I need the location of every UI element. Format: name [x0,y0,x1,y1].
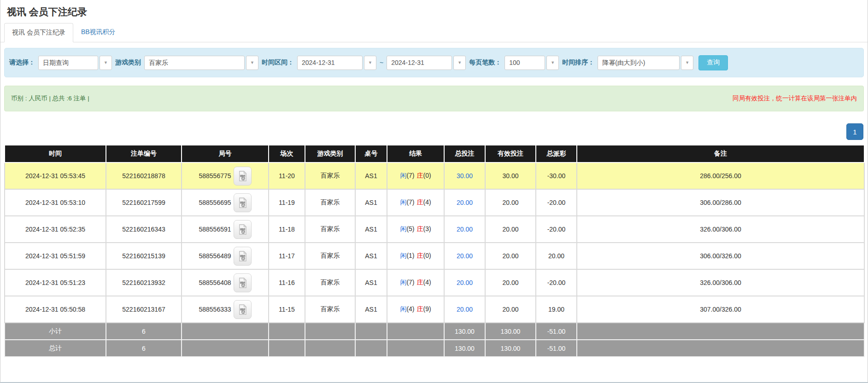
player-result: 闲 [400,172,406,179]
cell-remark: 286.00/256.00 [577,162,864,189]
banker-score: (0) [423,252,431,259]
video-replay-button[interactable] [234,300,252,319]
table-row: 2024-12-31 05:51:59 522160215139 5885564… [5,243,864,269]
cell-bet-id: 522160217599 [106,189,182,216]
subtotal-payout: -51.00 [536,323,577,340]
chevron-down-icon[interactable]: ▼ [364,56,376,70]
video-replay-button[interactable] [234,247,252,266]
video-file-icon [237,197,248,208]
total-bet-link[interactable]: 20.00 [457,226,473,233]
cell-payout: -20.00 [536,216,577,243]
cell-remark: 306.00/286.00 [577,189,864,216]
game-type-value[interactable]: 百家乐 [144,56,245,70]
cell-table-no: AS1 [355,296,387,323]
total-bet-link[interactable]: 20.00 [457,279,473,286]
page-title: 视讯 会员下注纪录 [0,0,868,23]
chevron-down-icon[interactable]: ▼ [246,56,258,70]
date-to-input[interactable] [387,56,452,70]
banker-result: 庄 [417,252,423,259]
cell-session: 11-17 [269,243,305,269]
subtotal-valid-bet: 130.00 [485,323,536,340]
chevron-down-icon[interactable]: ▼ [100,56,112,70]
cell-valid-bet: 20.00 [485,189,536,216]
banker-score: (3) [423,225,431,232]
total-bet-link[interactable]: 20.00 [457,306,473,313]
page-size-input[interactable] [504,56,545,70]
total-valid-bet: 130.00 [485,340,536,357]
total-row: 总计 6 130.00 130.00 -51.00 [5,340,864,357]
pagination: 1 [5,123,863,140]
banker-result: 庄 [417,225,423,232]
subtotal-count: 6 [106,323,182,340]
tab-betting-records[interactable]: 视讯 会员下注纪录 [4,23,73,42]
total-bet-link[interactable]: 30.00 [457,172,473,180]
total-bet-link[interactable]: 20.00 [457,252,473,260]
currency-total-text: 币别 : 人民币 | 总共 :6 注单 | [11,94,89,103]
video-replay-button[interactable] [234,193,252,212]
page-size-label: 每页笔数： [469,58,501,67]
range-separator: ~ [380,59,383,66]
cell-remark: 326.00/306.00 [577,269,864,296]
player-score: (7) [406,279,414,286]
date-from-picker[interactable]: ▼ [297,56,376,70]
round-id: 588556489 [199,252,231,260]
cell-valid-bet: 20.00 [485,269,536,296]
page-number-button[interactable]: 1 [846,123,863,140]
video-file-icon [237,224,248,235]
video-file-icon [237,278,248,288]
player-result: 闲 [400,252,406,259]
header-session: 场次 [269,145,305,162]
cell-time: 2024-12-31 05:51:23 [5,269,106,296]
time-sort-select[interactable]: 降幂(由大到小) ▼ [598,56,693,70]
player-result: 闲 [400,198,406,206]
video-replay-button[interactable] [234,273,252,292]
game-type-select[interactable]: 百家乐 ▼ [144,56,258,70]
page-size-select[interactable]: ▼ [504,56,559,70]
valid-bet-notice-text: 同局有效投注，统一计算在该局第一张注单内 [733,94,857,103]
header-time: 时间 [5,145,106,162]
cell-result: 闲(7)庄(4) [387,189,444,216]
banker-score: (0) [423,172,431,179]
query-button[interactable]: 查询 [698,55,728,70]
time-sort-label: 时间排序： [562,58,594,67]
total-label: 总计 [5,340,106,357]
total-bet-link[interactable]: 20.00 [457,199,473,206]
cell-valid-bet: 20.00 [485,216,536,243]
cell-session: 11-19 [269,189,305,216]
cell-valid-bet: 30.00 [485,162,536,189]
player-score: (4) [406,305,414,313]
table-row: 2024-12-31 05:51:23 522160213932 5885564… [5,269,864,296]
subtotal-label: 小计 [5,323,106,340]
banker-score: (4) [423,198,431,206]
player-result: 闲 [400,305,406,313]
cell-game-type: 百家乐 [305,162,355,189]
chevron-down-icon[interactable]: ▼ [546,56,559,70]
chevron-down-icon[interactable]: ▼ [453,56,466,70]
total-total-bet: 130.00 [444,340,485,357]
cell-result: 闲(4)庄(9) [387,296,444,323]
cell-session: 11-18 [269,216,305,243]
header-payout: 总派彩 [536,145,577,162]
time-sort-value[interactable]: 降幂(由大到小) [598,56,680,70]
table-row: 2024-12-31 05:52:35 522160216343 5885565… [5,216,864,243]
query-type-value[interactable]: 日期查询 [38,56,98,70]
cell-total-bet: 20.00 [444,216,485,243]
cell-payout: -30.00 [536,162,577,189]
tab-bb-video-points[interactable]: BB视讯积分 [73,23,123,42]
cell-result: 闲(7)庄(0) [387,162,444,189]
query-type-select[interactable]: 日期查询 ▼ [38,56,112,70]
page-container: 视讯 会员下注纪录 视讯 会员下注纪录 BB视讯积分 请选择： 日期查询 ▼ 游… [0,0,868,383]
cell-result: 闲(7)庄(4) [387,269,444,296]
cell-session: 11-16 [269,269,305,296]
header-game-type: 游戏类别 [305,145,355,162]
date-from-input[interactable] [297,56,363,70]
table-row: 2024-12-31 05:53:45 522160218878 5885567… [5,162,864,189]
date-to-picker[interactable]: ▼ [387,56,466,70]
chevron-down-icon[interactable]: ▼ [681,56,693,70]
round-id: 588556408 [199,279,231,286]
video-replay-button[interactable] [234,220,252,239]
cell-game-type: 百家乐 [305,189,355,216]
cell-round: 588556775 [182,162,269,189]
video-replay-button[interactable] [234,167,252,186]
cell-total-bet: 20.00 [444,296,485,323]
